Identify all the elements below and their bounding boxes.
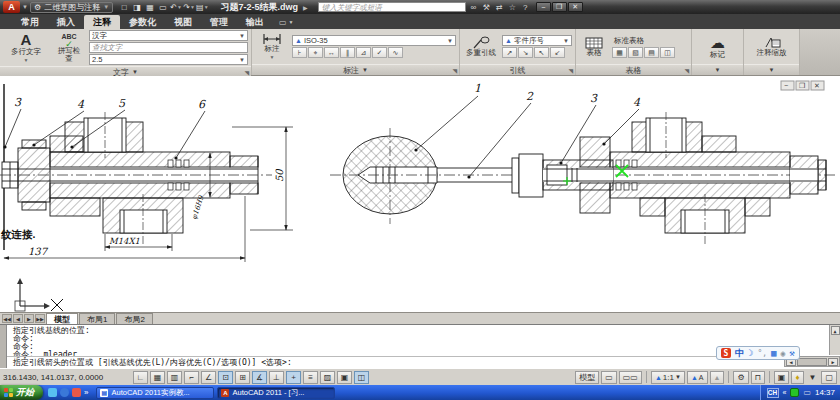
toggle-infer-constraints[interactable]: ∟ [133, 371, 148, 384]
left-assembly-view[interactable] [2, 118, 258, 233]
toggle-selection-cycling[interactable]: ◫ [354, 371, 369, 384]
toggle-lineweight[interactable]: ≡ [303, 371, 318, 384]
command-window[interactable]: 指定引线基线的位置: 命令: 命令: 命令: _mleader 指定引线箭头的位… [0, 324, 840, 368]
restore-button[interactable]: ❐ [552, 2, 567, 12]
dim-tool-icon[interactable]: ∿ [388, 47, 403, 58]
tab-parametric[interactable]: 参数化 [120, 15, 165, 29]
plot-button[interactable]: ▭ [157, 2, 169, 13]
moon-icon[interactable]: ☽ [748, 348, 753, 358]
tab-view[interactable]: 视图 [165, 15, 201, 29]
leader-tool-icon[interactable]: ↘ [518, 47, 533, 58]
redo-button[interactable]: ↷▼ [183, 2, 195, 13]
drawing-canvas[interactable]: 137 M14X1 50 φ16H9 3 4 5 6 [0, 76, 840, 312]
toggle-otrack[interactable]: ∡ [252, 371, 267, 384]
undo-button[interactable]: ↶▼ [170, 2, 182, 13]
toggle-dynamic-input[interactable]: + [286, 371, 301, 384]
toolbar-lock-icon[interactable]: ⊓ [751, 371, 765, 384]
leader-tool-icon[interactable]: ↖ [534, 47, 549, 58]
minimize-button[interactable]: − [536, 2, 551, 12]
taskbar-item-doc[interactable]: ▤ AutoCAD 2011实例教... [96, 387, 214, 399]
note-text[interactable]: 纹连接. [0, 228, 36, 240]
markup-button[interactable]: ☁ 标记 [708, 30, 727, 63]
last-tab-button[interactable]: ▶▶ [35, 314, 45, 323]
search-icon[interactable]: ∞ [468, 3, 479, 12]
toggle-dynamic-ucs[interactable]: ⊥ [269, 371, 284, 384]
help-search-input[interactable] [318, 2, 466, 12]
person-icon[interactable]: ◉ [780, 349, 785, 358]
bulb-icon[interactable]: ♦ [791, 371, 803, 384]
toggle-transparency[interactable]: ▨ [320, 371, 335, 384]
mleader-style-dropdown[interactable]: ▲ 零件序号 ▼ [502, 35, 572, 46]
toggle-polar[interactable]: ∠ [201, 371, 216, 384]
panel-label-dimension[interactable]: 标注▼ ◥ [252, 64, 459, 75]
dimension-button[interactable]: 标注 ▼ [255, 30, 289, 63]
clean-screen-button[interactable]: ▢ [821, 371, 837, 384]
ime-mode-chinese[interactable]: 中 [735, 347, 744, 360]
panel-expander-icon[interactable]: ◥ [684, 67, 689, 74]
toggle-quick-properties[interactable]: ▣ [337, 371, 352, 384]
toggle-grid[interactable]: ▥ [167, 371, 182, 384]
status-menu-arrow-icon[interactable]: ▼ [806, 371, 820, 384]
table-tool-icon[interactable]: ▤ [644, 47, 659, 58]
next-tab-button[interactable]: ▶ [24, 314, 34, 323]
tab-model[interactable]: 模型 [46, 313, 78, 324]
print-button[interactable]: ▤▼ [196, 2, 209, 13]
quicklaunch-icon[interactable] [60, 388, 69, 397]
command-prompt-input[interactable]: 指定引线箭头的位置或 [引线基线优先(L)/内容优先(C)/选项(O)] <选项… [7, 356, 784, 368]
help-icon[interactable]: ? [520, 3, 531, 12]
tray-display-icon[interactable]: ▭ [803, 388, 811, 397]
right-assembly-view[interactable] [512, 118, 826, 233]
tab-annotate[interactable]: 注释 [84, 15, 120, 29]
viewport-restore-button[interactable]: ❐ [799, 82, 805, 89]
text-style-dropdown[interactable]: 汉字 ▼ [89, 30, 248, 41]
multileader-button[interactable]: 多重引线 [463, 30, 499, 63]
language-indicator[interactable]: CH [767, 388, 779, 398]
ime-toolbar[interactable]: S 中 ☽ °, ▦ ◉ ⚒ [716, 346, 800, 360]
tray-green-icon[interactable] [790, 388, 799, 397]
taskbar-item-autocad[interactable]: A AutoCAD 2011 - [习... [217, 387, 335, 399]
tab-layout2[interactable]: 布局2 [116, 313, 152, 324]
scroll-up-icon[interactable]: ▲ [831, 326, 840, 335]
layout-quickview-icon[interactable]: ▭ [601, 371, 617, 384]
text-height-dropdown[interactable]: 2.5 ▼ [89, 54, 248, 65]
dim-tool-icon[interactable]: ⊦ [292, 47, 307, 58]
annotation-scale-button[interactable]: ▲ 1:1 ▼ [651, 371, 685, 384]
sogou-icon[interactable]: S [721, 348, 731, 358]
panel-expander-icon[interactable]: ◥ [568, 67, 573, 74]
table-style-dropdown[interactable]: 标准表格 [612, 35, 688, 46]
exchange-icon[interactable]: ⇄ [494, 3, 505, 12]
tab-home[interactable]: 常用 [12, 15, 48, 29]
autocad-logo-icon[interactable]: A [3, 1, 20, 13]
quicklaunch-icon[interactable] [48, 388, 57, 397]
prev-tab-button[interactable]: ◀ [13, 314, 23, 323]
mtext-button[interactable]: A 多行文字 ▼ [3, 30, 49, 65]
new-file-button[interactable]: □ [118, 2, 130, 13]
workspace-selector[interactable]: ⚙ 二维草图与注释 ▼ [30, 2, 113, 13]
quicklaunch-overflow-icon[interactable]: » [84, 388, 88, 397]
performance-icon[interactable]: ▣ [774, 371, 790, 384]
command-vscrollbar[interactable]: ▲ [829, 325, 840, 355]
viewport-close-button[interactable]: ✕ [814, 82, 820, 89]
coordinates-readout[interactable]: 316.1430, 141.0137, 0.0000 [3, 373, 131, 382]
ime-tools-icon[interactable]: ⚒ [789, 348, 794, 358]
drawing-quickview-icon[interactable]: ▭▭ [619, 371, 642, 384]
scroll-right-icon[interactable]: ▶ [828, 358, 838, 366]
annotation-scale-button[interactable]: 注释缩放 [755, 30, 789, 63]
dim-style-dropdown[interactable]: ▲ ISO-35 ▼ [292, 35, 456, 46]
panel-label-markup[interactable]: ▼ [692, 64, 743, 75]
close-button[interactable]: ✕ [568, 2, 583, 12]
table-tool-icon[interactable]: ▦ [612, 47, 627, 58]
favorites-star-icon[interactable]: ☆ [507, 3, 518, 12]
scrollbar-thumb[interactable] [797, 358, 827, 366]
punctuation-icon[interactable]: °, [757, 349, 767, 358]
annotation-visibility-button[interactable]: ▲A [687, 371, 708, 384]
wrench-icon[interactable]: ⚒ [481, 3, 492, 12]
logo-menu-arrow-icon[interactable]: ▼ [22, 4, 28, 10]
open-file-button[interactable]: ◨ [131, 2, 143, 13]
toggle-3dosnap[interactable]: ⊞ [235, 371, 250, 384]
dim-tool-icon[interactable]: ✓ [372, 47, 387, 58]
command-window-grip[interactable] [0, 325, 7, 368]
save-button[interactable]: ▦ [144, 2, 156, 13]
dim-tool-icon[interactable]: ∥ [340, 47, 355, 58]
table-tool-icon[interactable]: ▧ [628, 47, 643, 58]
